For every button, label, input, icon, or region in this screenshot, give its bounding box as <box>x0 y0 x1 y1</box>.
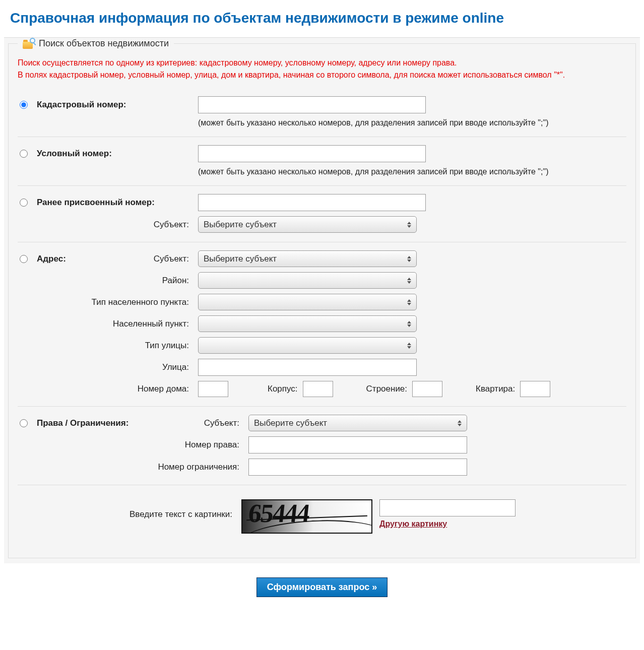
chevron-updown-icon <box>407 278 411 284</box>
chevron-updown-icon <box>407 343 411 349</box>
label-district: Район: <box>37 276 191 286</box>
select-settlement[interactable] <box>198 315 417 332</box>
hint-line-1: Поиск осуществляется по одному из критер… <box>18 58 457 67</box>
select-address-subject-value: Выберите субъект <box>204 254 277 264</box>
panel-legend-text: Поиск объектов недвижимости <box>39 38 169 49</box>
radio-conditional[interactable] <box>20 150 28 158</box>
section-previous: Ранее присвоенный номер: Субъект: Выбери… <box>18 186 626 242</box>
chevron-updown-icon <box>407 299 411 305</box>
chevron-updown-icon <box>458 420 462 426</box>
submit-button[interactable]: Сформировать запрос » <box>256 577 388 597</box>
folder-search-icon <box>23 38 36 49</box>
label-address-subject: Субъект: <box>154 254 189 264</box>
input-conditional-number[interactable] <box>198 145 426 162</box>
section-conditional: Условный номер: (может быть указано неск… <box>18 137 626 186</box>
input-flat[interactable] <box>520 381 550 397</box>
radio-rights[interactable] <box>20 419 28 427</box>
radio-previous[interactable] <box>20 199 28 207</box>
label-address: Адрес: <box>37 254 66 264</box>
select-previous-subject-value: Выберите субъект <box>204 220 277 230</box>
select-previous-subject[interactable]: Выберите субъект <box>198 216 417 233</box>
input-building[interactable] <box>412 381 442 397</box>
panel-wrapper: Поиск объектов недвижимости Поиск осущес… <box>4 37 640 563</box>
link-other-captcha[interactable]: Другую картинку <box>379 519 516 529</box>
input-house[interactable] <box>198 381 228 397</box>
section-captcha: Введите текст с картинки: 65444 Другую к… <box>18 485 626 543</box>
select-settlement-type[interactable] <box>198 294 417 310</box>
captcha-image: 65444 <box>241 499 372 534</box>
input-captcha[interactable] <box>379 499 516 516</box>
radio-cadastral[interactable] <box>20 101 28 109</box>
input-street[interactable] <box>198 359 417 376</box>
label-previous: Ранее присвоенный номер: <box>37 198 191 208</box>
input-korpus[interactable] <box>303 381 333 397</box>
label-right-no: Номер права: <box>37 440 241 450</box>
label-cadastral: Кадастровый номер: <box>37 100 191 110</box>
select-street-type[interactable] <box>198 337 417 354</box>
label-settlement-type: Тип населенного пункта: <box>37 297 191 307</box>
label-conditional: Условный номер: <box>37 149 191 159</box>
label-captcha: Введите текст с картинки: <box>18 499 234 519</box>
label-rights: Права / Ограничения: <box>37 418 128 428</box>
section-address: Адрес: Субъект: Выберите субъект Район: <box>18 242 626 407</box>
label-korpus: Корпус: <box>268 384 298 394</box>
label-street-type: Тип улицы: <box>37 341 191 351</box>
section-cadastral: Кадастровый номер: (может быть указано н… <box>18 88 626 137</box>
page-title: Справочная информация по объектам недвиж… <box>10 10 640 26</box>
label-settlement: Населенный пункт: <box>37 319 191 329</box>
select-address-subject[interactable]: Выберите субъект <box>198 250 417 267</box>
search-panel: Поиск объектов недвижимости Поиск осущес… <box>8 38 636 558</box>
label-rights-subject: Субъект: <box>204 418 239 428</box>
label-flat: Квартира: <box>476 384 515 394</box>
label-previous-subject: Субъект: <box>37 220 191 230</box>
label-house: Номер дома: <box>37 384 191 394</box>
label-street: Улица: <box>37 362 191 372</box>
radio-address[interactable] <box>20 255 28 263</box>
select-district[interactable] <box>198 272 417 289</box>
input-previous-number[interactable] <box>198 194 426 211</box>
hint-conditional: (может быть указано несколько номеров, д… <box>198 167 626 176</box>
label-building: Строение: <box>366 384 408 394</box>
select-rights-subject-value: Выберите субъект <box>254 418 327 428</box>
section-rights: Права / Ограничения: Субъект: Выберите с… <box>18 407 626 485</box>
select-rights-subject[interactable]: Выберите субъект <box>248 415 467 431</box>
hint-cadastral: (может быть указано несколько номеров, д… <box>198 118 626 127</box>
search-hint: Поиск осуществляется по одному из критер… <box>18 57 626 81</box>
input-cadastral-number[interactable] <box>198 96 426 113</box>
chevron-updown-icon <box>407 321 411 327</box>
hint-line-2: В полях кадастровый номер, условный номе… <box>18 71 565 79</box>
chevron-updown-icon <box>407 222 411 228</box>
chevron-updown-icon <box>407 256 411 262</box>
input-right-no[interactable] <box>248 436 467 453</box>
panel-legend: Поиск объектов недвижимости <box>18 38 174 49</box>
input-restriction-no[interactable] <box>248 459 467 476</box>
label-restriction-no: Номер ограничения: <box>37 462 241 472</box>
